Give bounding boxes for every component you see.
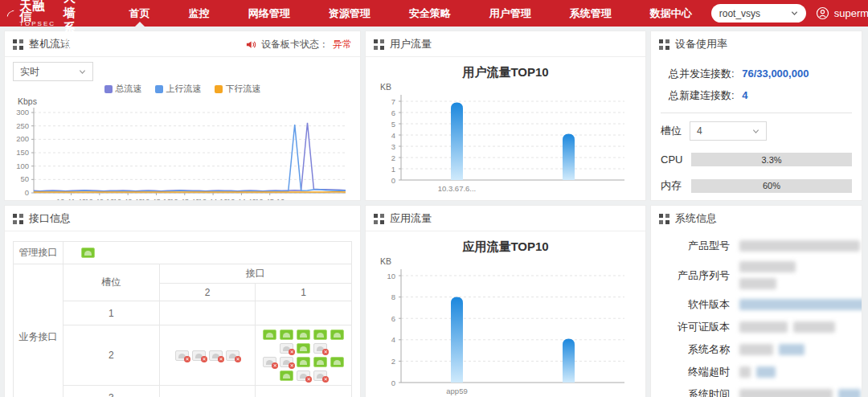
system-info-label: 软件版本 (659, 297, 730, 312)
port-disconnected-icon[interactable] (192, 350, 206, 361)
panel-title: 用户流量 (390, 37, 432, 51)
svg-text:app59: app59 (446, 387, 467, 395)
concurrent-conn-label: 总并发连接数: (669, 68, 735, 80)
panel-title: 接口信息 (29, 211, 71, 226)
usage-meter-CPU: CPU 3.3% (661, 153, 852, 166)
redacted-value (779, 344, 805, 355)
nav-item-user-mgmt[interactable]: 用户管理 (470, 0, 551, 27)
system-info-label: 产品序列号 (659, 268, 730, 283)
slot-selected: 4 (697, 125, 702, 137)
port-disconnected-icon[interactable] (313, 370, 327, 381)
system-info-label: 产品型号 (659, 239, 730, 253)
speaker-alarm-icon[interactable] (245, 39, 257, 51)
port-connected-icon[interactable] (330, 329, 344, 340)
panel-title: 设备使用率 (675, 37, 727, 51)
flow-legend: 总流速 上行流速 下行流速 (5, 83, 360, 95)
vsys-select[interactable]: root_vsys (711, 4, 806, 23)
port-disconnected-icon[interactable] (263, 357, 276, 367)
nav-item-system-mgmt[interactable]: 系统管理 (551, 0, 631, 27)
port-connected-icon[interactable] (280, 370, 293, 381)
business-interface-label: 业务接口 (14, 264, 63, 397)
system-info-row: 系统名称 (659, 342, 854, 357)
mgmt-interface-label: 管理接口 (14, 242, 63, 264)
port-connected-icon[interactable] (297, 343, 310, 354)
interface-col-2: 2 (159, 284, 256, 301)
mgmt-ports-cell (63, 242, 352, 264)
flow-mode-select[interactable]: 实时 (13, 62, 93, 81)
redacted-value (739, 366, 751, 378)
interface-table: 管理接口 业务接口 槽位 接口 2 1 1 2 (13, 241, 352, 397)
port-connected-icon[interactable] (81, 248, 95, 258)
svg-text:7: 7 (391, 97, 395, 106)
redacted-value (739, 240, 860, 252)
port-connected-icon[interactable] (330, 357, 344, 367)
system-info-label: 终端超时 (659, 365, 730, 379)
slot-select[interactable]: 4 (690, 121, 767, 141)
user-traffic-chart-title: 用户流量TOP10 (366, 65, 645, 80)
port-disconnected-icon[interactable] (175, 350, 189, 361)
panel-system-info: 系统信息 产品型号 产品序列号 软件版本 许可证版本 系统名称 终端超时 系统时… (650, 205, 862, 397)
dashboard-grid: 整机流速 设备板卡状态： 异常 实时 总流速 (0, 27, 868, 397)
app-traffic-chart-title: 应用流量TOP10 (366, 239, 645, 255)
brand-name-en: TOPSEC (19, 21, 55, 27)
svg-text:19:44:40: 19:44:40 (227, 197, 256, 201)
flow-mode-selected: 实时 (20, 65, 39, 79)
system-info-label: 系统名称 (659, 342, 730, 357)
redacted-value (739, 344, 773, 355)
nav-item-security-policy[interactable]: 安全策略 (390, 0, 470, 27)
legend-item-up[interactable]: 上行流速 (155, 83, 202, 95)
port-disconnected-icon[interactable] (280, 357, 293, 367)
port-connected-icon[interactable] (263, 329, 276, 340)
port-connected-icon[interactable] (313, 357, 327, 367)
redacted-value (739, 321, 788, 333)
svg-text:2: 2 (391, 357, 395, 366)
svg-text:0: 0 (391, 176, 395, 185)
port-connected-icon[interactable] (313, 329, 327, 340)
port-disconnected-icon[interactable] (226, 350, 240, 361)
legend-item-total[interactable]: 总流速 (104, 83, 142, 95)
nav-item-network[interactable]: 网络管理 (229, 0, 309, 27)
user-icon (816, 6, 829, 20)
svg-text:8: 8 (391, 293, 395, 301)
panel-overall-flow: 整机流速 设备板卡状态： 异常 实时 总流速 (4, 31, 361, 201)
nav-item-data-center[interactable]: 数据中心 (631, 0, 711, 27)
port-disconnected-icon[interactable] (280, 343, 293, 354)
panel-device-usage: 设备使用率 总并发连接数: 76/33,000,000 总新建连接数: 4 槽位… (650, 31, 862, 201)
svg-text:250: 250 (16, 121, 29, 130)
svg-text:6: 6 (391, 108, 395, 117)
port-connected-icon[interactable] (297, 329, 310, 340)
nav-item-resource[interactable]: 资源管理 (309, 0, 390, 27)
topsec-logo-icon (6, 4, 14, 23)
svg-text:5: 5 (391, 120, 395, 129)
system-info-row: 产品序列号 (659, 261, 854, 289)
svg-text:4: 4 (391, 131, 395, 140)
nav-item-home[interactable]: 首页 (110, 0, 170, 27)
svg-text:10: 10 (387, 272, 395, 280)
system-info-row: 终端超时 (659, 365, 854, 379)
interface-col-1: 1 (256, 284, 352, 301)
concurrent-conn-value: 76/33,000,000 (742, 68, 809, 80)
port-disconnected-icon[interactable] (209, 350, 223, 361)
svg-text:6: 6 (391, 314, 395, 323)
port-connected-icon[interactable] (280, 329, 293, 340)
system-info-list: 产品型号 产品序列号 软件版本 许可证版本 系统名称 终端超时 系统时间 运行 (651, 239, 862, 397)
port-connected-icon[interactable] (297, 357, 310, 367)
panel-user-traffic: 用户流量 用户流量TOP10 KB0123456710.3.67.6... (365, 31, 646, 201)
user-menu[interactable]: superman (816, 6, 868, 20)
legend-item-down[interactable]: 下行流速 (215, 83, 261, 95)
legend-swatch (155, 85, 163, 93)
legend-swatch (104, 85, 113, 93)
slot2-col2-ports (159, 325, 256, 386)
board-status-label: 设备板卡状态： (261, 38, 329, 51)
port-disconnected-icon[interactable] (313, 343, 327, 354)
chevron-down-icon (791, 10, 798, 17)
system-info-row: 软件版本 (659, 297, 854, 312)
svg-text:19:41:40: 19:41:40 (56, 197, 86, 201)
redacted-value (838, 389, 861, 397)
flow-line-chart: Kbps05010015020025030019:41:4019:42:1019… (5, 95, 352, 201)
svg-text:300: 300 (16, 108, 29, 117)
nav-item-monitor[interactable]: 监控 (170, 0, 229, 27)
panel-grid-icon (374, 214, 384, 224)
user-traffic-bar-chart: KB0123456710.3.67.6... (366, 80, 639, 201)
port-disconnected-icon[interactable] (297, 370, 310, 381)
